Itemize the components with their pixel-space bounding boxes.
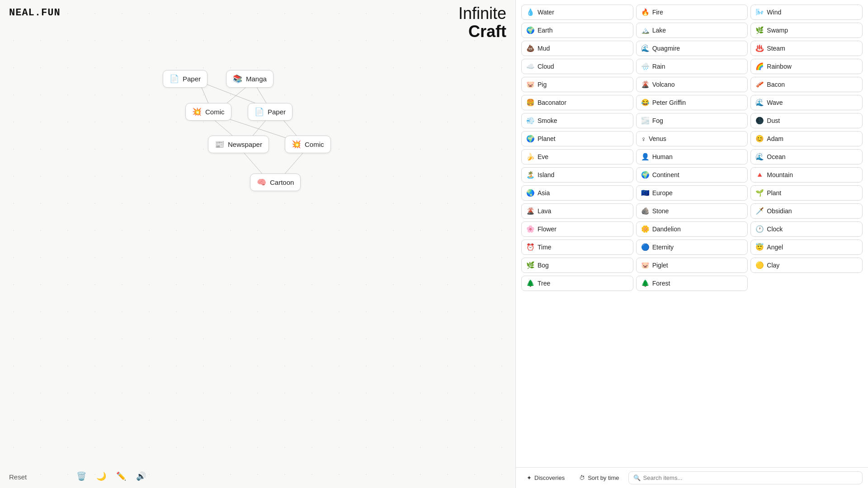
item-chip[interactable]: 🌲Tree: [521, 276, 633, 291]
item-chip[interactable]: 🐷Pig: [521, 77, 633, 92]
canvas-element-paper[interactable]: 📄 Paper: [163, 70, 208, 88]
item-chip[interactable]: 🌱Plant: [750, 185, 863, 201]
item-chip[interactable]: 😇Angel: [750, 239, 863, 255]
item-label: Stone: [652, 207, 669, 215]
item-chip[interactable]: 🥓Bacon: [750, 77, 863, 92]
item-chip[interactable]: 🍔Baconator: [521, 95, 633, 110]
paper-label: Paper: [183, 75, 201, 83]
item-emoji: ⏰: [526, 243, 535, 251]
item-emoji: 🍌: [526, 153, 535, 161]
item-emoji: 🗡️: [755, 207, 764, 215]
discoveries-icon: ✦: [527, 474, 532, 481]
item-emoji: 👤: [641, 153, 650, 161]
sound-icon[interactable]: 🔊: [133, 468, 149, 484]
night-mode-icon[interactable]: 🌙: [93, 468, 109, 484]
item-emoji: 🐷: [641, 261, 650, 269]
item-emoji: 🌋: [526, 207, 535, 215]
item-chip[interactable]: 🌏Asia: [521, 185, 633, 201]
item-chip[interactable]: 🌈Rainbow: [750, 59, 863, 74]
item-chip[interactable]: 🌿Bog: [521, 258, 633, 273]
item-emoji: 🌲: [641, 279, 650, 287]
item-emoji: 🌊: [641, 44, 650, 52]
item-chip[interactable]: 🌍Planet: [521, 131, 633, 146]
canvas-element-paper2[interactable]: 📄 Paper: [248, 103, 292, 121]
item-emoji: 🌧️: [641, 62, 650, 70]
item-chip[interactable]: ♀️Venus: [636, 131, 748, 146]
item-chip[interactable]: 🔺Mountain: [750, 167, 863, 183]
item-label: Venus: [649, 135, 666, 142]
manga-icon: 📚: [233, 74, 242, 84]
item-chip[interactable]: 🔥Fire: [636, 5, 748, 20]
comic2-icon: 💥: [292, 140, 301, 149]
item-label: Volcano: [652, 81, 675, 88]
item-chip[interactable]: 🌊Ocean: [750, 149, 863, 164]
item-chip[interactable]: 🏔️Lake: [636, 23, 748, 38]
item-label: Dandelion: [652, 225, 681, 233]
canvas-element-comic1[interactable]: 💥 Comic: [185, 103, 231, 121]
item-chip[interactable]: 😊Adam: [750, 131, 863, 146]
item-chip[interactable]: 😂Peter Griffin: [636, 95, 748, 110]
pencil-icon[interactable]: ✏️: [113, 468, 129, 484]
item-chip[interactable]: 🌼Dandelion: [636, 221, 748, 237]
paper-icon: 📄: [170, 74, 179, 84]
canvas-element-comic2[interactable]: 💥 Comic: [285, 136, 331, 153]
item-chip[interactable]: 💨Smoke: [521, 113, 633, 128]
item-chip[interactable]: 🌍Continent: [636, 167, 748, 183]
manga-label: Manga: [246, 75, 267, 83]
item-chip[interactable]: 👤Human: [636, 149, 748, 164]
item-label: Rain: [652, 63, 665, 70]
sort-button[interactable]: ⏱ Sort by time: [574, 472, 624, 484]
item-label: Bacon: [767, 81, 785, 88]
item-label: Clock: [767, 225, 783, 233]
item-chip[interactable]: 🕐Clock: [750, 221, 863, 237]
item-emoji: 😇: [755, 243, 764, 251]
item-chip[interactable]: 🔵Eternity: [636, 239, 748, 255]
reset-button[interactable]: Reset: [9, 473, 27, 481]
item-chip[interactable]: 🐷Piglet: [636, 258, 748, 273]
item-chip[interactable]: 🪨Stone: [636, 203, 748, 219]
item-emoji: 🌋: [641, 80, 650, 89]
panel-footer: ✦ Discoveries ⏱ Sort by time 🔍: [516, 467, 868, 488]
item-chip[interactable]: 💩Mud: [521, 41, 633, 56]
item-chip[interactable]: 🗡️Obsidian: [750, 203, 863, 219]
item-label: Dust: [767, 117, 780, 124]
item-label: Piglet: [652, 262, 668, 269]
item-chip[interactable]: 🌑Dust: [750, 113, 863, 128]
canvas-area[interactable]: NEAL.FUN 📄 Paper: [0, 0, 515, 488]
item-label: Human: [652, 153, 673, 160]
item-chip[interactable]: 💧Water: [521, 5, 633, 20]
item-chip[interactable]: ♨️Steam: [750, 41, 863, 56]
item-chip[interactable]: 🌬️Wind: [750, 5, 863, 20]
canvas-element-newspaper[interactable]: 📰 Newspaper: [208, 136, 269, 153]
item-emoji: 🌬️: [755, 8, 764, 16]
item-chip[interactable]: 🏝️Island: [521, 167, 633, 183]
item-chip[interactable]: 🌋Volcano: [636, 77, 748, 92]
item-chip[interactable]: 🌋Lava: [521, 203, 633, 219]
item-label: Wave: [767, 99, 783, 106]
item-emoji: 🌿: [755, 26, 764, 34]
item-chip[interactable]: ⏰Time: [521, 239, 633, 255]
item-label: Water: [538, 9, 554, 16]
item-chip[interactable]: 🌧️Rain: [636, 59, 748, 74]
item-label: Obsidian: [767, 207, 792, 215]
item-chip[interactable]: 🌫️Fog: [636, 113, 748, 128]
item-chip[interactable]: 🍌Eve: [521, 149, 633, 164]
item-label: Cloud: [538, 63, 554, 70]
item-chip[interactable]: 🌲Forest: [636, 276, 748, 291]
item-label: Lake: [652, 27, 666, 34]
item-emoji: 🌿: [526, 261, 535, 269]
item-chip[interactable]: 🌍Earth: [521, 23, 633, 38]
item-chip[interactable]: 🌊Quagmire: [636, 41, 748, 56]
discoveries-button[interactable]: ✦ Discoveries: [521, 472, 570, 484]
search-input[interactable]: [643, 474, 858, 481]
item-label: Mountain: [767, 171, 793, 178]
item-chip[interactable]: 🇪🇺Europe: [636, 185, 748, 201]
item-chip[interactable]: ☁️Cloud: [521, 59, 633, 74]
trash-icon[interactable]: 🗑️: [73, 468, 90, 484]
item-chip[interactable]: 🟡Clay: [750, 258, 863, 273]
item-chip[interactable]: 🌿Swamp: [750, 23, 863, 38]
item-chip[interactable]: 🌊Wave: [750, 95, 863, 110]
canvas-element-cartoon[interactable]: 🧠 Cartoon: [250, 174, 301, 191]
canvas-element-manga[interactable]: 📚 Manga: [226, 70, 274, 88]
item-chip[interactable]: 🌸Flower: [521, 221, 633, 237]
